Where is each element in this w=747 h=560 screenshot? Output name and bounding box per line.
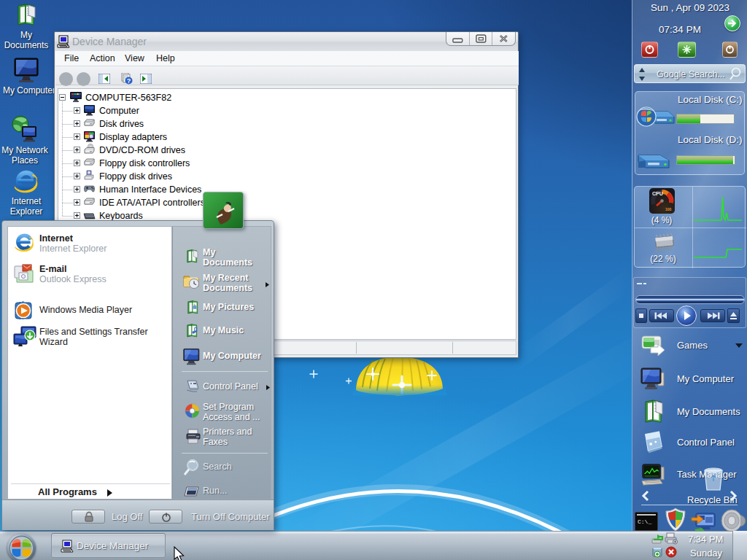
svg-text:100: 100 (665, 207, 672, 211)
svg-text:CPU: CPU (652, 191, 663, 196)
svg-text:?: ? (127, 77, 131, 85)
